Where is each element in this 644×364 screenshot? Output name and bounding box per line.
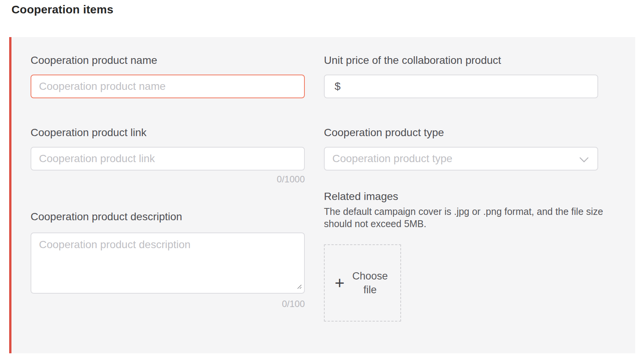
panel-accent-bar xyxy=(9,37,11,353)
right-column: Unit price of the collaboration product … xyxy=(324,54,598,322)
product-type-select[interactable]: Cooperation product type xyxy=(324,147,598,171)
chevron-down-icon xyxy=(579,157,589,164)
product-type-label: Cooperation product type xyxy=(324,126,598,139)
choose-file-dropzone[interactable]: + Choose file xyxy=(324,244,401,322)
cooperation-items-panel: Cooperation product name Cooperation pro… xyxy=(9,37,635,353)
product-name-label: Cooperation product name xyxy=(31,54,305,67)
currency-prefix: $ xyxy=(335,80,341,93)
related-images-hint: The default campaign cover is .jpg or .p… xyxy=(324,205,607,230)
resize-handle-icon[interactable] xyxy=(295,282,303,291)
choose-file-label: Choose file xyxy=(350,269,390,297)
page-title: Cooperation items xyxy=(11,3,113,16)
product-description-label: Cooperation product description xyxy=(31,210,305,223)
unit-price-input[interactable] xyxy=(347,80,590,93)
unit-price-field: $ xyxy=(324,75,598,98)
product-name-input[interactable] xyxy=(31,75,305,98)
product-link-input[interactable] xyxy=(31,147,305,171)
product-description-textarea[interactable] xyxy=(31,232,305,294)
description-char-counter: 0/100 xyxy=(31,298,305,310)
left-column: Cooperation product name Cooperation pro… xyxy=(31,54,305,322)
link-char-counter: 0/1000 xyxy=(31,174,305,185)
product-type-placeholder: Cooperation product type xyxy=(332,153,452,165)
unit-price-label: Unit price of the collaboration product xyxy=(324,54,598,67)
product-description-wrap xyxy=(31,232,305,295)
form-body: Cooperation product name Cooperation pro… xyxy=(31,54,599,322)
related-images-label: Related images xyxy=(324,190,598,203)
product-link-label: Cooperation product link xyxy=(31,126,305,139)
plus-icon: + xyxy=(335,275,345,291)
